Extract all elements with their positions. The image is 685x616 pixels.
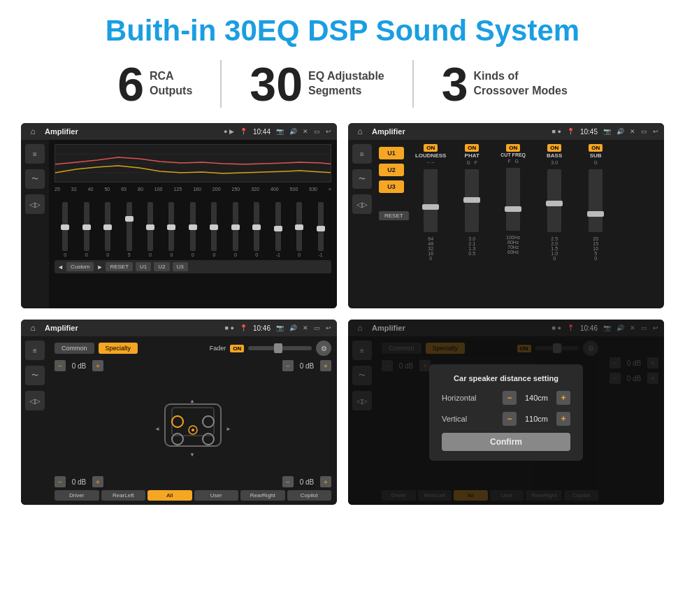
svg-text:▲: ▲: [189, 398, 195, 404]
horizontal-label: Horizontal: [442, 394, 484, 402]
screen3-sidebar: ≡ 〜 ◁▷: [21, 336, 49, 505]
screen1-content: ≡ 〜 ◁▷: [21, 140, 337, 308]
stat-label-eq: EQ AdjustableSegments: [308, 69, 384, 99]
all-btn[interactable]: All: [147, 490, 192, 501]
bass-fader[interactable]: [547, 169, 561, 232]
vol-fr-minus[interactable]: −: [282, 360, 294, 371]
x-icon: ✕: [303, 128, 308, 135]
wave-btn-3[interactable]: 〜: [25, 366, 45, 385]
screen3-title: Amplifier: [45, 324, 219, 332]
vertical-minus-btn[interactable]: −: [503, 412, 517, 426]
speaker-btn[interactable]: ◁▷: [25, 194, 45, 214]
rearleft-btn[interactable]: RearLeft: [101, 490, 146, 501]
screen1-time: 10:44: [253, 128, 271, 136]
eq-svg: [55, 145, 331, 182]
screen3-content: ≡ 〜 ◁▷ Common Specialty Fader ON: [21, 336, 337, 505]
svg-text:▼: ▼: [189, 452, 195, 458]
channel-strips: U1 U2 U3 RESET ON LOUDNESS: [376, 140, 664, 308]
channel-sub: ON SUB G 20 15 10 5: [577, 144, 615, 304]
screen3-bottom-btns: Driver RearLeft All User RearRight Copil…: [55, 490, 331, 501]
horizontal-plus-btn[interactable]: +: [556, 391, 570, 405]
eq-slider-12: 0: [296, 202, 302, 257]
fader-track[interactable]: [248, 346, 312, 350]
rect-icon-3: ▭: [314, 324, 320, 331]
speaker-btn-2[interactable]: ◁▷: [352, 194, 372, 214]
back-icon-3: ↩: [326, 324, 331, 331]
screens-grid: ⌂ Amplifier ● ▶ 📍 10:44 📷 🔊 ✕ ▭ ↩ ≡ 〜 ◁▷: [21, 123, 664, 505]
rearright-btn[interactable]: RearRight: [240, 490, 285, 501]
stat-rca: 6 RCAOutputs: [89, 60, 222, 108]
sub-fader[interactable]: [589, 169, 603, 232]
stat-crossover: 3 Kinds ofCrossover Modes: [414, 60, 596, 108]
vol-fr-plus[interactable]: +: [320, 360, 331, 371]
home-icon-3[interactable]: ⌂: [27, 322, 39, 334]
screen1-title: Amplifier: [45, 127, 218, 136]
svg-text:►: ►: [226, 426, 231, 432]
next-arrow[interactable]: ►: [96, 264, 103, 271]
channel-list: ON LOUDNESS ~~ 64 48: [412, 144, 661, 304]
u1-preset-btn[interactable]: U1: [379, 147, 404, 159]
eq-slider-11: -1: [275, 202, 281, 257]
channel-phat: ON PHAT G F 3.0 2.1 1.3 0.5: [453, 144, 491, 304]
screen1-bar: ⌂ Amplifier ● ▶ 📍 10:44 📷 🔊 ✕ ▭ ↩: [21, 123, 337, 140]
cutfreq-fader[interactable]: [506, 168, 520, 231]
dialog-vertical-row: Vertical − 110cm +: [442, 412, 570, 426]
loudness-fader[interactable]: [424, 169, 438, 232]
screen3-bar: ⌂ Amplifier ■ ● 📍 10:46 📷 🔊 ✕ ▭ ↩: [21, 320, 337, 336]
eq-slider-5: 0: [147, 202, 153, 257]
eq-slider-4: 5: [127, 202, 132, 257]
home-icon-2[interactable]: ⌂: [354, 125, 366, 138]
horizontal-minus-btn[interactable]: −: [503, 391, 517, 405]
u3-btn[interactable]: U3: [173, 262, 188, 271]
copilot-btn[interactable]: Copilot: [287, 490, 332, 501]
stat-eq: 30 EQ AdjustableSegments: [222, 60, 413, 108]
horizontal-value: 140cm: [521, 394, 552, 402]
u1-btn[interactable]: U1: [136, 262, 151, 271]
x-icon-3: ✕: [303, 324, 308, 331]
user-btn[interactable]: User: [194, 490, 239, 501]
distance-dialog: Car speaker distance setting Horizontal …: [429, 364, 583, 461]
eq-btn-2[interactable]: ≡: [352, 144, 372, 164]
prev-arrow[interactable]: ◄: [57, 264, 64, 271]
screen3-main: Common Specialty Fader ON ⚙ −: [49, 336, 337, 505]
eq-slider-8: 0: [211, 202, 217, 257]
vol-rl: − 0 dB +: [55, 476, 103, 487]
phat-fader[interactable]: [465, 169, 479, 232]
vol-rl-minus[interactable]: −: [55, 476, 66, 487]
dialog-horizontal-row: Horizontal − 140cm +: [442, 391, 570, 405]
reset-btn[interactable]: RESET: [106, 262, 133, 271]
u3-preset-btn[interactable]: U3: [379, 180, 404, 193]
vol-fl-minus[interactable]: −: [55, 360, 66, 371]
wave-btn[interactable]: 〜: [25, 169, 45, 189]
common-tab[interactable]: Common: [55, 343, 94, 354]
u2-preset-btn[interactable]: U2: [379, 164, 404, 176]
preset-col: U1 U2 U3 RESET: [379, 144, 409, 304]
settings-icon[interactable]: ⚙: [316, 341, 331, 356]
vol-rr-minus[interactable]: −: [282, 476, 294, 487]
dot-icon: ● ▶: [224, 128, 234, 135]
wave-btn-2[interactable]: 〜: [352, 169, 372, 189]
speaker-btn-3[interactable]: ◁▷: [25, 391, 45, 410]
vertical-control: − 110cm +: [503, 412, 570, 426]
vol-rr-plus[interactable]: +: [320, 476, 331, 487]
dot-icon-3: ■ ●: [225, 324, 234, 331]
screen2-time: 10:45: [580, 128, 598, 136]
vol-rl-plus[interactable]: +: [92, 476, 103, 487]
preset-custom-btn[interactable]: Custom: [66, 262, 94, 271]
driver-btn[interactable]: Driver: [55, 490, 99, 501]
eq-btn-3[interactable]: ≡: [25, 341, 45, 360]
confirm-button[interactable]: Confirm: [442, 433, 570, 451]
reset-amp-btn[interactable]: RESET: [379, 211, 409, 220]
vol-fl-plus[interactable]: +: [92, 360, 103, 371]
home-icon[interactable]: ⌂: [27, 125, 39, 138]
screen2-bar: ⌂ Amplifier ■ ● 📍 10:45 📷 🔊 ✕ ▭ ↩: [348, 123, 664, 140]
screen1-sidebar: ≡ 〜 ◁▷: [21, 140, 49, 308]
specialty-tab[interactable]: Specialty: [99, 343, 138, 354]
rect-icon-2: ▭: [641, 128, 647, 135]
eq-btn[interactable]: ≡: [25, 144, 45, 164]
car-diagram: ▲ ▼ ◄ ►: [55, 374, 331, 476]
eq-slider-6: 0: [168, 202, 174, 257]
vol-row-top: − 0 dB + − 0 dB +: [55, 360, 331, 371]
u2-btn[interactable]: U2: [154, 262, 169, 271]
vertical-plus-btn[interactable]: +: [556, 412, 570, 426]
